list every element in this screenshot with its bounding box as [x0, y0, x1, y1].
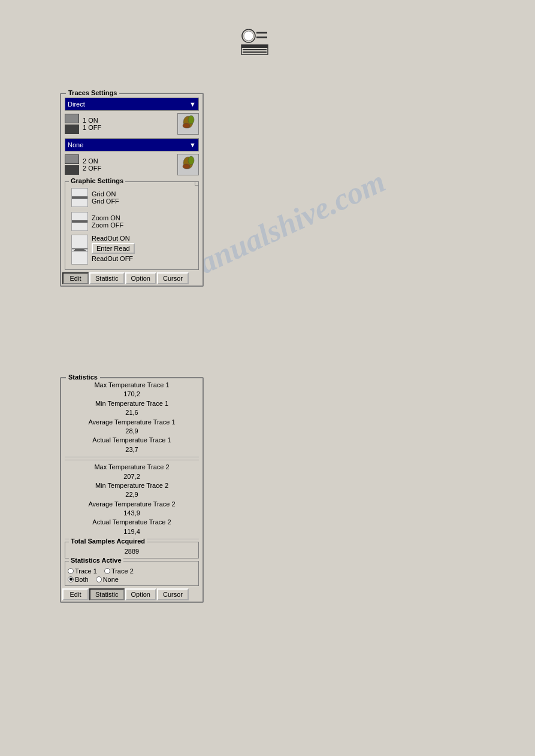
avg-temp-trace2-value: 143,9	[65, 509, 199, 518]
max-temp-trace2-label: Max Temperature Trace 2	[65, 463, 199, 472]
stats-tab-edit[interactable]: Edit	[62, 588, 89, 600]
radio-trace2[interactable]: Trace 2	[104, 567, 134, 575]
graphic-settings-section: Graphic Settings Grid ON Grid OFF	[65, 181, 199, 270]
trace2-row: 2 ON 2 OFF	[65, 154, 199, 175]
zoom-on-label[interactable]: Zoom ON	[92, 214, 192, 221]
trace1-off-btn[interactable]	[65, 125, 79, 134]
actual-temp-trace2-label: Actual Temperatue Trace 2	[65, 518, 199, 527]
traces-panel-title: Traces Settings	[66, 89, 119, 96]
trace2-stats: Max Temperature Trace 2 207,2 Min Temper…	[65, 460, 199, 539]
readout-labels: ReadOut ON Enter Read ReadOut OFF	[92, 235, 135, 262]
stats-tab-cursor[interactable]: Cursor	[157, 588, 189, 600]
radio-trace1-label: Trace 1	[75, 567, 97, 575]
avg-temp-trace1-value: 28,9	[65, 427, 199, 436]
watermark: manualshive.com	[171, 163, 391, 291]
zoom-off-label[interactable]: Zoom OFF	[92, 221, 192, 229]
max-temp-trace1-label: Max Temperature Trace 1	[65, 381, 199, 390]
grid-on-label[interactable]: Grid ON	[92, 190, 192, 198]
zoom-labels: Zoom ON Zoom OFF	[92, 214, 192, 229]
radio-both[interactable]: Both	[68, 576, 89, 583]
stats-tab-statistic[interactable]: Statistic	[89, 588, 125, 600]
radio-trace1-circle	[68, 568, 74, 574]
readout-icon	[71, 235, 88, 265]
statistics-active-section: Statistics Active Trace 1 Trace 2 Both	[65, 561, 199, 586]
trace1-buttons	[65, 114, 79, 134]
radio-none-label: None	[103, 576, 119, 583]
actual-temp-trace1-label: Actual Temperatue Trace 1	[65, 436, 199, 445]
svg-point-14	[188, 156, 194, 165]
min-temp-trace2-value: 22,9	[65, 490, 199, 499]
radio-none-circle	[96, 576, 102, 582]
min-temp-trace1-value: 21,6	[65, 408, 199, 417]
trace2-buttons	[65, 154, 79, 175]
avg-temp-trace1-label: Average Temperature Trace 1	[65, 418, 199, 427]
trace2-off-btn[interactable]	[65, 165, 79, 175]
statistics-active-radio-row2: Both None	[68, 576, 196, 583]
svg-rect-2	[256, 32, 267, 34]
total-samples-value: 2889	[68, 547, 196, 556]
svg-rect-7	[243, 51, 267, 53]
trace1-dropdown-row: Direct ▼	[65, 98, 199, 111]
statistics-active-title: Statistics Active	[69, 557, 123, 564]
dropdown-arrow-icon: ▼	[189, 101, 196, 108]
stats-panel: Statistics Max Temperature Trace 1 170,2…	[60, 377, 204, 603]
radio-trace1[interactable]: Trace 1	[68, 567, 97, 575]
grid-off-label[interactable]: Grid OFF	[92, 198, 192, 205]
avg-temp-trace2-label: Average Temperature Trace 2	[65, 500, 199, 509]
trace2-dropdown-row: None ▼	[65, 138, 199, 151]
trace1-stats: Max Temperature Trace 1 170,2 Min Temper…	[65, 381, 199, 457]
graphic-settings-title: Graphic Settings	[69, 177, 125, 184]
svg-rect-3	[256, 37, 267, 38]
max-temp-trace2-value: 207,2	[65, 472, 199, 481]
total-samples-section: Total Samples Acquired 2889	[65, 542, 199, 558]
svg-point-11	[183, 123, 190, 128]
trace2-dropdown[interactable]: None ▼	[65, 138, 199, 151]
trace1-labels: 1 ON 1 OFF	[83, 117, 174, 131]
min-temp-trace2-label: Min Temperature Trace 2	[65, 481, 199, 490]
svg-point-10	[188, 116, 194, 124]
statistics-active-radio-row: Trace 1 Trace 2	[68, 567, 196, 575]
trace1-icon	[177, 113, 199, 135]
min-temp-trace1-label: Min Temperature Trace 1	[65, 399, 199, 408]
grid-row: Grid ON Grid OFF	[71, 187, 192, 208]
trace1-dropdown[interactable]: Direct ▼	[65, 98, 199, 111]
tab-statistic[interactable]: Statistic	[89, 272, 125, 284]
radio-trace2-circle	[104, 568, 110, 574]
tab-cursor[interactable]: Cursor	[157, 272, 189, 284]
max-temp-trace1-value: 170,2	[65, 390, 199, 399]
svg-rect-5	[241, 45, 268, 48]
total-samples-title: Total Samples Acquired	[69, 538, 147, 545]
app-icon	[240, 27, 270, 57]
tab-option[interactable]: Option	[125, 272, 156, 284]
trace2-on-btn[interactable]	[65, 154, 79, 164]
enter-read-button[interactable]: Enter Read	[92, 243, 135, 254]
radio-none[interactable]: None	[96, 576, 119, 583]
readout-row: ReadOut ON Enter Read ReadOut OFF	[71, 235, 192, 265]
trace2-icon	[177, 154, 199, 175]
dropdown2-arrow-icon: ▼	[189, 141, 196, 148]
traces-panel: Traces Settings Direct ▼ 1 ON 1 OFF	[60, 93, 204, 287]
readout-off-label[interactable]: ReadOut OFF	[92, 255, 135, 262]
zoom-icon	[71, 212, 88, 231]
radio-trace2-label: Trace 2	[111, 567, 134, 575]
trace1-row: 1 ON 1 OFF	[65, 113, 199, 135]
readout-on-label[interactable]: ReadOut ON	[92, 235, 135, 242]
radio-both-circle	[68, 576, 74, 582]
svg-point-15	[183, 164, 190, 169]
stats-tab-row: Edit Statistic Option Cursor	[62, 588, 201, 600]
grid-labels: Grid ON Grid OFF	[92, 190, 192, 205]
svg-point-1	[244, 31, 253, 41]
stats-panel-title: Statistics	[66, 374, 100, 381]
stats-tab-option[interactable]: Option	[125, 588, 156, 600]
trace2-labels: 2 ON 2 OFF	[83, 157, 174, 172]
tab-edit[interactable]: Edit	[62, 272, 89, 284]
trace1-on-btn[interactable]	[65, 114, 79, 123]
actual-temp-trace1-value: 23,7	[65, 445, 199, 454]
actual-temp-trace2-value: 119,4	[65, 527, 199, 536]
traces-tab-row: Edit Statistic Option Cursor	[62, 272, 201, 284]
zoom-row: Zoom ON Zoom OFF	[71, 211, 192, 232]
svg-rect-6	[243, 49, 267, 50]
radio-both-label: Both	[75, 576, 89, 583]
grid-icon	[71, 188, 88, 207]
